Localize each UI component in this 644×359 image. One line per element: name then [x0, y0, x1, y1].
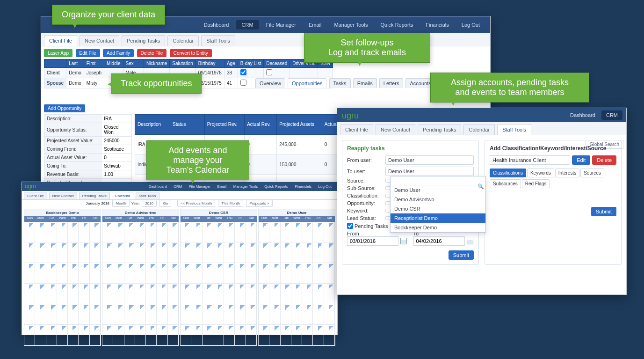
cal-cell[interactable] [324, 263, 335, 284]
cal-cell[interactable] [281, 242, 291, 263]
nav-dashboard[interactable]: Dashboard [198, 20, 235, 29]
cal-cell[interactable] [168, 325, 179, 345]
cal-cell[interactable] [246, 304, 257, 325]
cal-cell[interactable] [181, 242, 191, 263]
cal-cell[interactable] [57, 222, 68, 242]
opp-col[interactable]: Description [135, 115, 170, 135]
delete-button[interactable]: Delete [592, 155, 616, 165]
cal-cell[interactable] [191, 263, 202, 284]
cal-cell[interactable] [203, 222, 213, 242]
cal-cell[interactable] [246, 263, 257, 284]
cal-cell[interactable] [203, 284, 213, 304]
nav-crm[interactable]: CRM [601, 110, 622, 120]
cal-cell[interactable] [313, 222, 324, 242]
chip-red flags[interactable]: Red Flags [522, 179, 550, 188]
cal-cell[interactable] [90, 284, 101, 304]
cal-cell[interactable] [313, 284, 324, 304]
cal-cell[interactable] [313, 304, 324, 325]
nav-manager-tools[interactable]: Manager Tools [328, 20, 373, 29]
cal-cell[interactable] [46, 304, 57, 325]
cal-cell[interactable] [224, 263, 235, 284]
tab-staff-tools[interactable]: Staff Tools [497, 124, 531, 135]
cal-cell[interactable] [269, 325, 280, 345]
cal-cell[interactable] [90, 242, 101, 263]
cal-cell[interactable] [102, 325, 113, 345]
tab-new-contact[interactable]: New Contact [49, 192, 77, 199]
chip-keywords[interactable]: Keywords [527, 169, 554, 177]
nav-file-manager[interactable]: File Manager [260, 20, 302, 29]
nav-crm[interactable]: CRM [236, 20, 259, 29]
cal-cell[interactable] [113, 284, 124, 304]
cal-cell[interactable] [24, 325, 35, 345]
cal-cell[interactable] [102, 284, 113, 304]
cal-cell[interactable] [124, 263, 135, 284]
nav-quick-reports[interactable]: Quick Reports [375, 20, 419, 29]
cal-cell[interactable] [291, 263, 302, 284]
deceased-checkbox[interactable] [266, 69, 272, 75]
col-last[interactable]: Last [66, 59, 84, 68]
cal-cell[interactable] [46, 242, 57, 263]
cal-cell[interactable] [313, 263, 324, 284]
opp-col[interactable]: Actual Rev. [245, 115, 277, 135]
cal-cell[interactable] [68, 325, 79, 345]
cal-cell[interactable] [113, 304, 124, 325]
from-date-input[interactable] [347, 236, 398, 246]
cal-cell[interactable] [191, 242, 202, 263]
cal-cell[interactable] [68, 284, 79, 304]
cal-cell[interactable] [224, 325, 235, 345]
dropdown-search[interactable] [392, 178, 484, 183]
cal-cell[interactable] [168, 263, 179, 284]
calendar-icon[interactable] [400, 238, 407, 244]
cal-cell[interactable] [224, 304, 235, 325]
convert-entity-button[interactable]: Convert to Entity [170, 49, 212, 57]
cal-cell[interactable] [79, 325, 89, 345]
cal-cell[interactable] [259, 263, 269, 284]
cal-cell[interactable] [269, 222, 280, 242]
cal-cell[interactable] [213, 222, 224, 242]
nav-dashboard[interactable]: Dashboard [565, 110, 600, 120]
cal-cell[interactable] [35, 222, 46, 242]
cal-cell[interactable] [235, 242, 246, 263]
cal-cell[interactable] [24, 242, 35, 263]
cal-cell[interactable] [124, 325, 135, 345]
cal-cell[interactable] [113, 242, 124, 263]
cal-cell[interactable] [35, 242, 46, 263]
cal-cell[interactable] [24, 284, 35, 304]
class-value-select[interactable]: Health Insurance Client [490, 155, 570, 165]
cal-cell[interactable] [291, 325, 302, 345]
cal-cell[interactable] [146, 263, 157, 284]
tab-new-contact[interactable]: New Contact [376, 124, 415, 135]
cal-cell[interactable] [79, 222, 89, 242]
opp-col[interactable]: Status [170, 115, 205, 135]
col-nickname[interactable]: Nickname [144, 59, 169, 68]
cal-cell[interactable] [181, 325, 191, 345]
cal-cell[interactable] [259, 242, 269, 263]
dropdown-option[interactable]: Demo User [391, 185, 485, 195]
cal-cell[interactable] [213, 263, 224, 284]
cal-cell[interactable] [90, 304, 101, 325]
cal-cell[interactable] [324, 242, 335, 263]
cal-cell[interactable] [146, 304, 157, 325]
dropdown-option[interactable]: Demo Advisortwo [391, 195, 485, 204]
cal-cell[interactable] [79, 263, 89, 284]
cal-mode[interactable]: Month [112, 200, 129, 207]
cal-cell[interactable] [203, 263, 213, 284]
nav-financials[interactable]: Financials [420, 20, 455, 29]
cal-cell[interactable] [135, 284, 146, 304]
cal-cell[interactable] [24, 304, 35, 325]
tab-new-contact[interactable]: New Contact [80, 35, 119, 46]
tab-pending-tasks[interactable]: Pending Tasks [79, 192, 110, 199]
cal-cell[interactable] [135, 222, 146, 242]
cal-cell[interactable] [291, 284, 302, 304]
tab-client-file[interactable]: Client File [44, 35, 77, 46]
cal-cell[interactable] [135, 263, 146, 284]
cal-cell[interactable] [168, 284, 179, 304]
chip-sources[interactable]: Sources [580, 169, 604, 177]
dtab-emails[interactable]: Emails [353, 78, 377, 88]
pending-checkbox[interactable] [347, 223, 353, 229]
cal-cell[interactable] [57, 304, 68, 325]
cal-cell[interactable] [313, 242, 324, 263]
nav-log-out[interactable]: Log Out [456, 20, 485, 29]
col-age[interactable]: Age [224, 59, 238, 68]
cal-cell[interactable] [46, 284, 57, 304]
